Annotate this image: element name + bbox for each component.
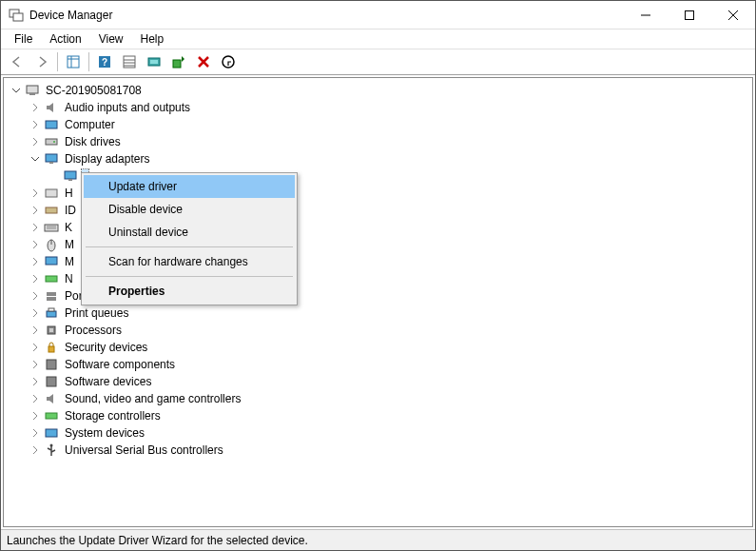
- chevron-right-icon[interactable]: [29, 255, 42, 268]
- tree-item-storage[interactable]: Storage controllers: [29, 407, 752, 424]
- usb-icon: [44, 443, 59, 458]
- chevron-right-icon[interactable]: [29, 306, 42, 320]
- chevron-right-icon[interactable]: [29, 341, 42, 354]
- tree-item-software-devices[interactable]: Software devices: [29, 373, 752, 390]
- svg-rect-16: [150, 60, 158, 64]
- chevron-right-icon[interactable]: [29, 221, 42, 234]
- tree-item-sound[interactable]: Sound, video and game controllers: [29, 390, 752, 407]
- chevron-right-icon[interactable]: [29, 375, 42, 388]
- chevron-down-icon[interactable]: [10, 84, 23, 97]
- svg-rect-30: [46, 189, 57, 197]
- tree-item-processors[interactable]: Processors: [29, 322, 752, 339]
- window-title: Device Manager: [29, 9, 112, 22]
- tree-item-software-components[interactable]: Software components: [29, 356, 752, 373]
- software-component-icon: [44, 357, 59, 372]
- menu-help[interactable]: Help: [133, 30, 172, 48]
- chevron-right-icon[interactable]: [29, 409, 42, 423]
- storage-icon: [44, 408, 59, 423]
- chevron-right-icon[interactable]: [29, 272, 42, 285]
- menu-view[interactable]: View: [91, 30, 131, 48]
- show-hide-tree-button[interactable]: [62, 50, 85, 73]
- network-icon: [44, 271, 59, 286]
- tree-item-disk-drives[interactable]: Disk drives: [29, 133, 752, 150]
- update-driver-button[interactable]: [167, 50, 190, 73]
- svg-rect-29: [68, 179, 72, 181]
- svg-rect-39: [47, 292, 56, 296]
- svg-point-51: [50, 444, 53, 447]
- scan-hardware-button[interactable]: [143, 50, 165, 73]
- svg-rect-3: [686, 10, 694, 19]
- svg-rect-47: [47, 377, 56, 386]
- svg-rect-26: [46, 154, 57, 162]
- svg-rect-42: [48, 308, 54, 311]
- svg-rect-28: [65, 171, 76, 179]
- forward-button[interactable]: [30, 50, 53, 73]
- tree-item-security[interactable]: Security devices: [29, 339, 752, 356]
- chevron-right-icon[interactable]: [29, 443, 42, 457]
- svg-rect-40: [47, 297, 56, 301]
- svg-rect-21: [27, 86, 38, 93]
- chevron-right-icon[interactable]: [29, 135, 42, 148]
- context-update-driver[interactable]: Update driver: [84, 175, 295, 198]
- context-scan-hardware[interactable]: Scan for hardware changes: [84, 250, 295, 273]
- mouse-icon: [44, 237, 59, 252]
- chevron-right-icon[interactable]: [29, 426, 42, 440]
- svg-text:?: ?: [102, 57, 107, 68]
- svg-rect-22: [29, 93, 35, 95]
- svg-rect-37: [46, 257, 57, 265]
- chevron-right-icon[interactable]: [29, 118, 42, 131]
- display-icon: [63, 168, 78, 184]
- chevron-down-icon[interactable]: [29, 152, 42, 166]
- statusbar: Launches the Update Driver Wizard for th…: [1, 529, 755, 550]
- svg-rect-17: [173, 60, 181, 68]
- statusbar-text: Launches the Update Driver Wizard for th…: [7, 534, 308, 547]
- context-uninstall-device[interactable]: Uninstall device: [84, 221, 295, 244]
- tree-item-usb[interactable]: Universal Serial Bus controllers: [29, 442, 752, 459]
- ide-icon: [44, 203, 59, 218]
- minimize-button[interactable]: [624, 1, 668, 30]
- chevron-right-icon[interactable]: [29, 392, 42, 405]
- chevron-right-icon[interactable]: [29, 289, 42, 303]
- disable-button[interactable]: [217, 50, 240, 73]
- tree-item-audio[interactable]: Audio inputs and outputs: [29, 99, 752, 116]
- help-button[interactable]: ?: [93, 50, 116, 73]
- tree-item-computer[interactable]: Computer: [29, 116, 752, 133]
- printer-icon: [44, 305, 59, 321]
- maximize-button[interactable]: [668, 1, 711, 30]
- audio-icon: [44, 100, 59, 115]
- tree-item-system[interactable]: System devices: [29, 424, 752, 442]
- context-separator: [86, 246, 293, 247]
- svg-point-25: [53, 141, 55, 143]
- toolbar: ?: [1, 49, 755, 75]
- port-icon: [44, 288, 59, 304]
- titlebar: Device Manager: [1, 1, 755, 30]
- back-button[interactable]: [6, 50, 29, 73]
- svg-rect-44: [49, 328, 53, 332]
- context-properties[interactable]: Properties: [84, 280, 295, 303]
- menu-action[interactable]: Action: [42, 30, 88, 48]
- chevron-right-icon[interactable]: [29, 101, 42, 114]
- hid-icon: [44, 186, 59, 201]
- app-icon: [9, 8, 24, 23]
- chevron-right-icon[interactable]: [29, 358, 42, 371]
- computer-icon: [25, 83, 40, 98]
- tree-root[interactable]: SC-201905081708: [10, 82, 752, 99]
- chevron-right-icon[interactable]: [29, 204, 42, 217]
- context-disable-device[interactable]: Disable device: [84, 198, 295, 221]
- menu-file[interactable]: File: [7, 30, 40, 48]
- disk-icon: [44, 134, 59, 149]
- svg-rect-41: [47, 311, 56, 317]
- context-menu: Update driver Disable device Uninstall d…: [81, 172, 298, 305]
- chevron-right-icon[interactable]: [29, 187, 42, 200]
- close-button[interactable]: [711, 1, 755, 30]
- security-icon: [44, 340, 59, 355]
- tree-item-display-adapters[interactable]: Display adapters: [29, 150, 752, 167]
- svg-rect-46: [47, 360, 56, 369]
- uninstall-button[interactable]: [192, 50, 215, 73]
- keyboard-icon: [44, 220, 59, 235]
- chevron-right-icon[interactable]: [29, 238, 42, 251]
- tree-item-print-queues[interactable]: Print queues: [29, 305, 752, 322]
- properties-button[interactable]: [118, 50, 141, 73]
- chevron-right-icon[interactable]: [29, 324, 42, 337]
- svg-rect-45: [48, 346, 54, 352]
